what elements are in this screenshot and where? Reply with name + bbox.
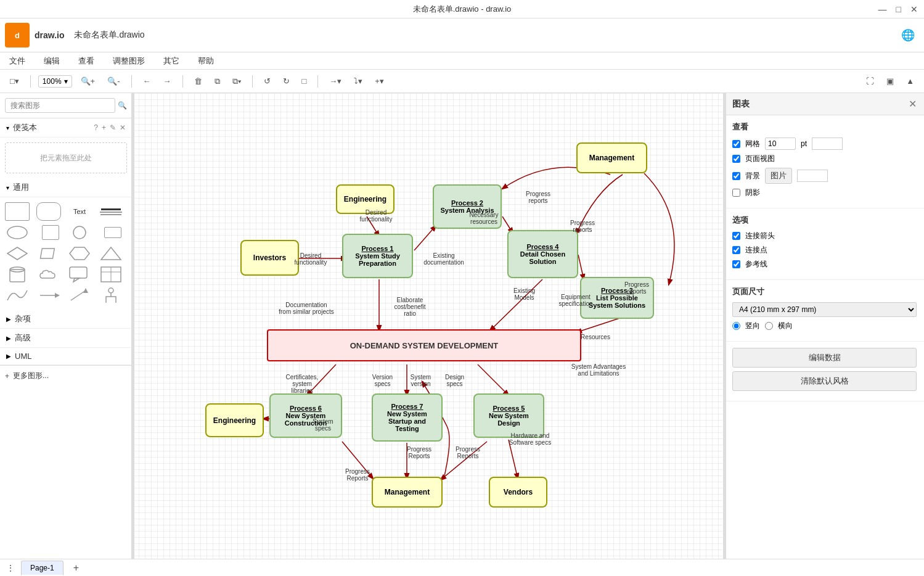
section-favorites[interactable]: ▾ 便笺本 ? + ✎ ✕ [0, 118, 132, 138]
central-box[interactable]: ON-DEMAND SYSTEM DEVELOPMENT [267, 329, 581, 361]
node-management-bottom[interactable]: Management [372, 477, 443, 508]
node-process5[interactable]: Process 5New SystemDesign [473, 393, 544, 438]
minimize-button[interactable]: — [878, 4, 887, 14]
right-sidebar-resizer[interactable] [723, 93, 726, 576]
clear-style-button[interactable]: 清除默认风格 [732, 371, 917, 391]
edit-icon[interactable]: ✎ [110, 123, 116, 132]
shape-arrow-diagonal[interactable] [67, 286, 92, 305]
guidelines-checkbox[interactable] [732, 260, 740, 268]
shape-table[interactable] [99, 265, 123, 284]
shape-heading[interactable] [99, 202, 123, 221]
redo-button[interactable]: → [160, 75, 175, 88]
waypoint-button[interactable]: ⤵▾ [350, 75, 366, 88]
node-vendors[interactable]: Vendors [489, 477, 547, 508]
menu-view[interactable]: 查看 [75, 54, 97, 68]
zoom-in-button[interactable]: 🔍+ [77, 75, 99, 88]
search-input[interactable] [5, 98, 115, 113]
shape-hexagon[interactable] [67, 244, 92, 263]
section-uml[interactable]: ▶ UML [0, 348, 132, 365]
grid-value-input[interactable] [765, 138, 796, 150]
help-icon[interactable]: ? [94, 123, 98, 132]
page-view-checkbox[interactable] [732, 155, 740, 163]
delete-button[interactable]: 🗑 [190, 75, 206, 88]
section-advanced[interactable]: ▶ 高级 [0, 329, 132, 348]
node-process3[interactable]: Process 3List PossibleSystem Solutions [580, 277, 654, 319]
shape-triangle[interactable] [99, 244, 123, 263]
paste-button[interactable]: ⧉▾ [229, 75, 245, 88]
background-image-button[interactable]: 图片 [765, 168, 792, 184]
search-icon[interactable]: 🔍 [118, 101, 127, 110]
shape-rounded[interactable] [36, 202, 61, 221]
page-size-select[interactable]: A4 (210 mm x 297 mm) [732, 302, 917, 317]
canvas-area[interactable]: Engineering Process 1System StudyPrepara… [133, 93, 724, 576]
add-icon[interactable]: + [102, 123, 106, 132]
zoom-out-button[interactable]: 🔍- [104, 75, 123, 88]
right-sidebar-close[interactable]: ✕ [909, 98, 917, 110]
menu-file[interactable]: 文件 [6, 54, 28, 68]
background-color-box[interactable] [797, 170, 828, 182]
node-process6[interactable]: Process 6New SystemConstruction [269, 393, 342, 438]
shape-text[interactable]: Text [67, 202, 92, 221]
shape-button[interactable]: □ [298, 75, 311, 88]
maximize-button[interactable]: □ [896, 4, 901, 14]
shape-parallelogram[interactable] [36, 244, 61, 263]
globe-icon[interactable]: 🌐 [901, 28, 915, 42]
grid-checkbox[interactable] [732, 140, 740, 148]
connect-points-checkbox[interactable] [732, 246, 740, 254]
copy-button[interactable]: ⧉ [211, 75, 224, 88]
insert-button[interactable]: +▾ [371, 75, 388, 88]
shape-cylinder[interactable] [5, 265, 30, 284]
portrait-radio[interactable] [732, 322, 740, 330]
node-investors[interactable]: Investors [240, 240, 299, 276]
shape-rect[interactable] [5, 202, 30, 221]
window-controls[interactable]: — □ ✕ [878, 0, 918, 19]
node-engineering-top[interactable]: Engineering [336, 184, 395, 214]
page-select-button[interactable]: □▾ [6, 75, 23, 88]
node-engineering-bottom[interactable]: Engineering [205, 403, 264, 437]
shape-person[interactable] [99, 286, 123, 305]
drop-area[interactable]: 把元素拖至此处 [5, 142, 127, 173]
format-button[interactable]: ▣ [883, 75, 897, 88]
shape-cloud[interactable] [36, 265, 61, 284]
menu-adjust[interactable]: 调整图形 [110, 54, 148, 68]
svg-line-17 [71, 290, 86, 300]
menu-edit[interactable]: 编辑 [41, 54, 63, 68]
shape-film[interactable] [104, 227, 121, 238]
connect-arrows-checkbox[interactable] [732, 232, 740, 240]
shadow-checkbox[interactable] [732, 189, 740, 197]
shape-curve[interactable] [5, 286, 30, 305]
edit-data-button[interactable]: 编辑数据 [732, 348, 917, 368]
node-process4[interactable]: Process 4Detail ChosenSolution [507, 230, 578, 278]
left-sidebar-resizer[interactable] [131, 93, 134, 576]
shape-circle[interactable] [67, 223, 92, 242]
zoom-level-button[interactable]: 100%▾ [38, 75, 72, 88]
shape-ellipse[interactable] [5, 223, 30, 242]
landscape-radio[interactable] [765, 322, 773, 330]
fullscreen-button[interactable]: ⛶ [862, 75, 878, 88]
add-page-button[interactable]: + [70, 562, 83, 574]
menu-help[interactable]: 帮助 [195, 54, 217, 68]
line-color-button[interactable]: ↻ [279, 75, 293, 88]
page-tab-1[interactable]: Page-1 [21, 561, 63, 575]
collapse-button[interactable]: ▲ [902, 75, 918, 88]
shape-diamond[interactable] [5, 244, 30, 263]
menu-other[interactable]: 其它 [160, 54, 182, 68]
section-misc[interactable]: ▶ 杂项 [0, 310, 132, 329]
node-process1[interactable]: Process 1System StudyPreparation [342, 234, 413, 278]
page-options-button[interactable]: ⋮ [6, 563, 15, 573]
grid-color-box[interactable] [812, 138, 843, 150]
node-management-top[interactable]: Management [576, 142, 647, 173]
shape-square[interactable] [42, 225, 59, 240]
close-icon[interactable]: ✕ [120, 123, 126, 132]
close-button[interactable]: ✕ [910, 4, 918, 14]
connector-button[interactable]: →▾ [325, 75, 345, 88]
node-process2[interactable]: Process 2System Analysis [433, 184, 502, 229]
undo-button[interactable]: ← [139, 75, 155, 88]
more-shapes-button[interactable]: + 更多图形... [0, 365, 132, 386]
background-checkbox[interactable] [732, 172, 740, 180]
section-general[interactable]: ▾ 通用 [0, 178, 132, 197]
node-process7[interactable]: Process 7New SystemStartup andTesting [372, 393, 443, 442]
fill-color-button[interactable]: ↺ [260, 75, 274, 88]
shape-callout[interactable] [67, 265, 92, 284]
shape-arrow-right[interactable] [36, 286, 61, 305]
